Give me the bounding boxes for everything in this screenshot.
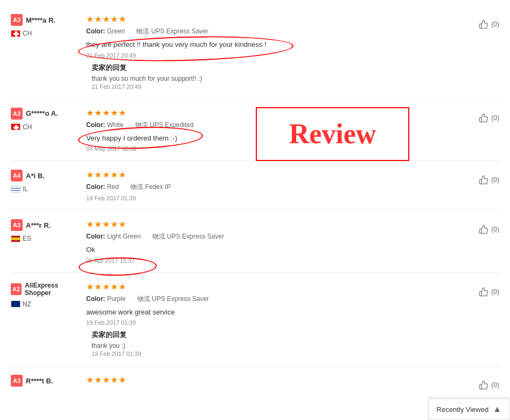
- review-date: 03 May 2017 08:32: [86, 145, 462, 152]
- reviewer-badge: A3 G*****o A.: [11, 108, 58, 120]
- star-rating: ★ ★ ★ ★ ★: [86, 219, 462, 229]
- helpful-section[interactable]: (0): [467, 14, 499, 29]
- color-label: Color:: [86, 121, 105, 129]
- reviewer-country: NZ: [11, 300, 31, 308]
- reviews-container: A3 M****a R. CH ★ ★ ★ ★ ★ Color: Green 物…: [0, 0, 510, 404]
- star: ★: [94, 108, 102, 118]
- reviewer-country: IL: [11, 185, 28, 193]
- star: ★: [102, 219, 110, 229]
- reviewer-name: A***r R.: [26, 221, 51, 229]
- helpful-count: (0): [491, 288, 499, 296]
- review-content: ★ ★ ★ ★ ★ Color: Red 物流 Fedex IP 19 Feb …: [81, 170, 467, 201]
- flag-icon: [11, 235, 20, 242]
- star: ★: [110, 170, 118, 180]
- helpful-section[interactable]: (0): [467, 108, 499, 123]
- color-value: Red: [107, 183, 119, 191]
- thumbs-up-icon[interactable]: [478, 380, 489, 390]
- color-label: Color:: [86, 295, 105, 303]
- helpful-section[interactable]: (0): [467, 375, 499, 390]
- star: ★: [118, 375, 126, 385]
- reviewer-country: CH: [11, 30, 32, 37]
- reviewer-left: A3 R****t B.: [11, 375, 81, 389]
- star: ★: [86, 170, 94, 180]
- color-label: Color:: [86, 183, 105, 191]
- country-code: NZ: [23, 300, 31, 308]
- review-date: 06 Apr 2017 15:37: [86, 257, 462, 264]
- review-content: ★ ★ ★ ★ ★ Color: Light Green 物流 UPS Expr…: [81, 219, 467, 264]
- star: ★: [110, 282, 118, 292]
- star: ★: [94, 219, 102, 229]
- seller-reply-date: 19 Feb 2017 01:39: [92, 351, 462, 357]
- helpful-section[interactable]: (0): [467, 282, 499, 297]
- reviewer-country: ES: [11, 235, 31, 242]
- reviewer-left: A3 M****a R. CH: [11, 14, 81, 37]
- reviewer-badge-level: A2: [11, 283, 22, 295]
- review-content: ★ ★ ★ ★ ★: [81, 375, 467, 388]
- reviewer-badge-level: A3: [11, 14, 23, 26]
- thumbs-up-icon[interactable]: [478, 175, 489, 185]
- review-item: A3 A***r R. ES ★ ★ ★ ★ ★ Color: Light Gr…: [11, 211, 499, 273]
- review-content: ★ ★ ★ ★ ★ Color: Purple 物流 UPS Express S…: [81, 282, 467, 358]
- star: ★: [102, 14, 110, 24]
- thumbs-up-icon[interactable]: [478, 113, 489, 123]
- separator: [129, 27, 132, 35]
- review-content: ★ ★ ★ ★ ★ Color: Green 物流 UPS Express Sa…: [81, 14, 467, 90]
- star: ★: [94, 14, 102, 24]
- shipping-label: 物流: [136, 27, 149, 35]
- helpful-section[interactable]: (0): [467, 219, 499, 234]
- shipping-label: 物流: [135, 121, 148, 129]
- recently-viewed-button[interactable]: Recently Viewed ▲: [428, 398, 510, 420]
- thumbs-up-icon[interactable]: [478, 225, 489, 234]
- seller-reply-title: 卖家的回复: [92, 63, 462, 73]
- color-label: Color:: [86, 27, 105, 35]
- reviewer-badge-level: A3: [11, 108, 23, 120]
- thumbs-up-icon[interactable]: [478, 19, 489, 29]
- shipping-value: UPS Express Saver: [167, 233, 224, 240]
- shipping-value: UPS Express Saver: [152, 295, 209, 303]
- review-meta: Color: Light Green 物流 UPS Express Saver: [86, 232, 462, 241]
- star-rating: ★ ★ ★ ★ ★: [86, 282, 462, 292]
- helpful-section[interactable]: (0): [467, 170, 499, 185]
- flag-icon: [11, 186, 20, 193]
- color-value: Light Green: [107, 233, 141, 240]
- reviewer-name: R****t B.: [26, 377, 53, 385]
- star: ★: [94, 375, 102, 385]
- review-item: A2 AliExpress Shopper NZ ★ ★ ★ ★ ★ Color…: [11, 273, 499, 367]
- reviewer-left: A3 G*****o A. CH: [11, 108, 81, 131]
- star: ★: [118, 108, 126, 118]
- star: ★: [86, 219, 94, 229]
- shipping-value: UPS Express Saver: [151, 27, 208, 35]
- reviewer-badge-level: A3: [11, 375, 23, 387]
- review-text: awesome work great service: [86, 307, 462, 318]
- star: ★: [86, 14, 94, 24]
- reviewer-name: AliExpress Shopper: [25, 282, 81, 297]
- star: ★: [86, 375, 94, 385]
- star: ★: [94, 170, 102, 180]
- review-meta: Color: Green 物流 UPS Express Saver: [86, 27, 462, 36]
- reviewer-name: A*i B.: [26, 172, 45, 180]
- star: ★: [118, 170, 126, 180]
- thumbs-up-icon[interactable]: [478, 287, 489, 297]
- star: ★: [110, 108, 118, 118]
- reviewer-badge: A3 R****t B.: [11, 375, 53, 387]
- star: ★: [86, 282, 94, 292]
- country-code: CH: [23, 123, 32, 131]
- star: ★: [118, 14, 126, 24]
- review-date: 19 Feb 2017 01:39: [86, 195, 462, 201]
- color-label: Color:: [86, 233, 105, 240]
- separator: [145, 233, 149, 240]
- separator: [128, 121, 131, 129]
- star-rating: ★ ★ ★ ★ ★: [86, 375, 462, 385]
- reviewer-badge: A4 A*i B.: [11, 170, 45, 181]
- review-date: 19 Feb 2017 01:39: [86, 319, 462, 326]
- star: ★: [110, 14, 118, 24]
- star-rating: ★ ★ ★ ★ ★: [86, 108, 462, 118]
- seller-reply-title: 卖家的回复: [92, 330, 462, 340]
- reviewer-badge: A3 M****a R.: [11, 14, 55, 26]
- review-text: they are perfect !! thank you very much …: [86, 39, 462, 50]
- seller-reply-text: thank you so much for your support!! :): [92, 75, 462, 82]
- shipping-value: Fedex IP: [145, 183, 171, 191]
- shipping-label: 物流: [152, 233, 165, 240]
- review-item: A4 A*i B. IL ★ ★ ★ ★ ★ Color: Red 物流 F: [11, 161, 499, 211]
- star: ★: [86, 108, 94, 118]
